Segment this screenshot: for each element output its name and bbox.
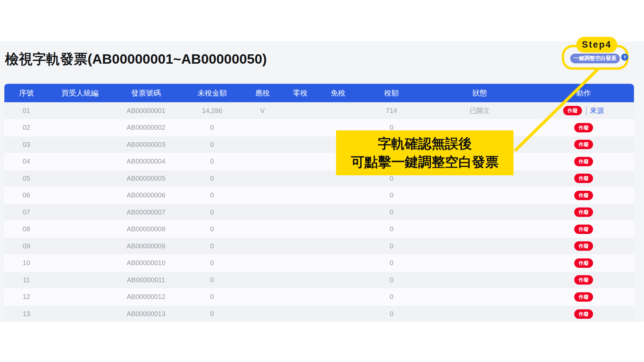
cell-invoice_no: AB00000006	[111, 187, 180, 204]
cell-tax: 0	[357, 221, 426, 238]
cell-untaxed: 0	[181, 187, 244, 204]
cell-taxable	[244, 153, 281, 170]
cell-actions: 作廢	[533, 305, 634, 322]
void-button[interactable]: 作廢	[574, 309, 593, 319]
table-body: 01AB0000000114,286V714已開立作廢來源02AB0000000…	[4, 102, 634, 322]
cell-zero_tax	[281, 119, 319, 136]
void-button[interactable]: 作廢	[574, 207, 593, 217]
table-row: 08AB0000000800作廢	[4, 221, 634, 238]
cell-untaxed: 0	[181, 136, 244, 153]
column-header: 免稅	[319, 84, 357, 102]
cell-actions: 作廢	[533, 170, 634, 187]
void-button[interactable]: 作廢	[574, 191, 593, 200]
table-row: 03AB0000000300作廢	[4, 136, 634, 153]
cell-invoice_no: AB00000012	[111, 289, 180, 306]
cell-zero_tax	[281, 170, 319, 187]
source-link[interactable]: 來源	[590, 106, 604, 115]
cell-actions: 作廢	[533, 187, 634, 204]
void-button[interactable]: 作廢	[574, 225, 593, 234]
cell-seq: 04	[4, 153, 48, 170]
cell-untaxed: 14,286	[181, 102, 244, 119]
table-row: 10AB0000001000作廢	[4, 255, 634, 272]
cell-invoice_no: AB00000010	[111, 255, 180, 272]
cell-seq: 12	[4, 289, 48, 306]
cell-seq: 09	[4, 238, 48, 255]
cell-tax: 0	[357, 272, 426, 289]
cell-status	[426, 204, 533, 221]
adjust-blank-invoices-button[interactable]: 一鍵調整空白發票	[570, 54, 620, 63]
cell-invoice_no: AB00000013	[111, 305, 180, 322]
column-header: 狀態	[426, 84, 533, 102]
cell-exempt	[319, 272, 357, 289]
cell-taxable	[244, 119, 281, 136]
cell-status	[426, 238, 533, 255]
table-row: 05AB0000000500作廢	[4, 170, 634, 187]
void-button[interactable]: 作廢	[574, 157, 593, 166]
cell-actions: 作廢	[533, 272, 634, 289]
cell-seq: 01	[4, 102, 48, 119]
cell-seq: 07	[4, 204, 48, 221]
cell-buyer	[48, 119, 111, 136]
cell-seq: 03	[4, 136, 48, 153]
void-button[interactable]: 作廢	[574, 258, 593, 268]
void-button[interactable]: 作廢	[574, 292, 593, 302]
column-header: 稅額	[357, 84, 426, 102]
void-button[interactable]: 作廢	[574, 123, 593, 132]
cell-untaxed: 0	[181, 170, 244, 187]
column-header: 發票號碼	[111, 84, 180, 102]
cell-exempt	[319, 289, 357, 306]
cell-tax: 0	[357, 255, 426, 272]
column-header: 零稅	[281, 84, 319, 102]
content-panel: 檢視字軌發票(AB00000001~AB00000050) 序號買受人統編發票號…	[0, 41, 644, 322]
screen: 檢視字軌發票(AB00000001~AB00000050) 序號買受人統編發票號…	[0, 0, 644, 362]
cell-buyer	[48, 153, 111, 170]
cell-taxable	[244, 170, 281, 187]
cell-exempt	[319, 305, 357, 322]
cell-zero_tax	[281, 187, 319, 204]
cell-untaxed: 0	[181, 204, 244, 221]
cell-actions: 作廢	[533, 119, 634, 136]
cell-taxable	[244, 187, 281, 204]
cell-buyer	[48, 289, 111, 306]
void-button[interactable]: 作廢	[563, 106, 582, 115]
void-button[interactable]: 作廢	[574, 140, 593, 149]
cell-seq: 06	[4, 187, 48, 204]
cell-invoice_no: AB00000011	[111, 272, 180, 289]
cell-tax: 0	[357, 305, 426, 322]
cell-buyer	[48, 255, 111, 272]
cell-zero_tax	[281, 238, 319, 255]
annotation-text-line1: 字軌確認無誤後	[378, 134, 472, 153]
cell-exempt	[319, 187, 357, 204]
invoice-table-wrap: 序號買受人統編發票號碼未稅金額應稅零稅免稅稅額狀態動作 01AB00000001…	[4, 84, 634, 322]
void-button[interactable]: 作廢	[574, 241, 593, 251]
cell-taxable: V	[244, 102, 281, 119]
cell-tax: 0	[357, 289, 426, 306]
cell-buyer	[48, 204, 111, 221]
cell-status	[426, 305, 533, 322]
cell-invoice_no: AB00000001	[111, 102, 180, 119]
table-row: 04AB0000000400作廢	[4, 153, 634, 170]
cell-actions: 作廢	[533, 255, 634, 272]
column-header: 未稅金額	[181, 84, 244, 102]
cell-buyer	[48, 221, 111, 238]
cell-untaxed: 0	[181, 238, 244, 255]
cell-zero_tax	[281, 102, 319, 119]
table-row: 12AB0000001200作廢	[4, 289, 634, 306]
void-button[interactable]: 作廢	[574, 275, 593, 285]
action-divider	[586, 106, 587, 115]
cell-zero_tax	[281, 221, 319, 238]
cell-invoice_no: AB00000005	[111, 170, 180, 187]
cell-zero_tax	[281, 289, 319, 306]
cell-untaxed: 0	[181, 221, 244, 238]
cell-untaxed: 0	[181, 289, 244, 306]
cell-tax: 0	[357, 238, 426, 255]
void-button[interactable]: 作廢	[574, 174, 593, 183]
cell-seq: 13	[4, 305, 48, 322]
table-row: 01AB0000000114,286V714已開立作廢來源	[4, 102, 634, 119]
cell-buyer	[48, 170, 111, 187]
help-icon[interactable]: ?	[621, 54, 628, 61]
cell-actions: 作廢	[533, 204, 634, 221]
cell-actions: 作廢	[533, 221, 634, 238]
cell-buyer	[48, 136, 111, 153]
cell-zero_tax	[281, 255, 319, 272]
